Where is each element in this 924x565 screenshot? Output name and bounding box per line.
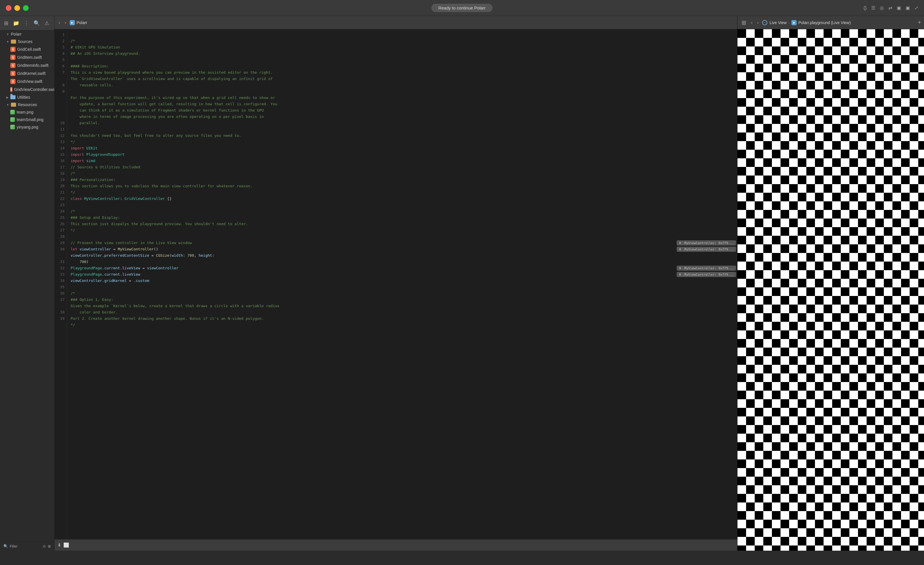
annotation-bubble: .MyViewController: 0x7f9... — [676, 247, 736, 252]
sidebar-item-griditem[interactable]: S GridItem.swift — [0, 53, 54, 61]
annotation-dot — [679, 267, 681, 269]
swift-icon: S — [10, 47, 15, 52]
gridkernel-label: GridKernel.swift — [17, 71, 46, 76]
sidebar-item-teampng[interactable]: team.png — [0, 108, 54, 116]
polarr-label: Polarr — [11, 32, 21, 36]
live-view-globe-icon: ○ — [762, 20, 767, 25]
stop-icon[interactable]: ⬜ — [63, 543, 69, 548]
resources-folder-icon — [11, 103, 16, 107]
sidebar-item-sources[interactable]: ▼ Sources — [0, 38, 54, 45]
sidebar-folder-icon[interactable]: 📁 — [12, 19, 20, 27]
lv-nav-left-icon[interactable]: ⊞ — [740, 19, 747, 27]
minimize-button[interactable] — [14, 5, 20, 11]
annotation-dot — [679, 242, 681, 244]
curly-braces-icon[interactable]: {} — [864, 6, 867, 10]
resize-icon[interactable]: ⤢ — [915, 5, 918, 10]
gridviewcontroller-label: GridViewController.swift — [14, 87, 54, 92]
gridview-label: GridView.swift — [17, 79, 42, 84]
annotation-bubble: .MyViewController: 0x7f9... — [676, 272, 736, 277]
close-button[interactable] — [6, 5, 12, 11]
bottom-area — [0, 551, 924, 565]
playground-icon: ▶ — [70, 20, 75, 25]
sidebar-item-gridview[interactable]: S GridView.swift — [0, 78, 54, 85]
breadcrumb-separator: › — [788, 20, 790, 25]
annotation-29: .MyViewController: 0x7f9... — [676, 240, 736, 246]
live-view-filename: Polarr.playground (Live View) — [798, 20, 851, 25]
circle-icon[interactable]: ◎ — [880, 5, 884, 10]
sidebar-item-utilities[interactable]: ▶ Utilities — [0, 93, 54, 101]
annotations-column: .MyViewController: 0x7f9... .MyViewContr… — [675, 29, 737, 539]
editor-content: 12345 67 89 1011121314 1516171819 202122… — [54, 29, 737, 539]
nav-right-icon[interactable]: › — [63, 19, 67, 26]
sidebar-item-griditeminfo[interactable]: S GridItemInfo.swift — [0, 61, 54, 69]
console-toggle-icon[interactable]: ⬇ — [57, 543, 61, 548]
live-view-panel: ⊞ ‹ › ○ Live View › ▶ Polarr.playground … — [738, 16, 924, 551]
editor-toolbar: ‹ › ▶ Polarr — [54, 16, 737, 29]
sources-folder-icon — [11, 40, 16, 43]
editor-bottom-bar: ⬇ ⬜ — [54, 539, 737, 551]
editor-filename: Polarr — [76, 20, 87, 25]
swift-icon: S — [10, 79, 15, 84]
yinyangpng-label: yinyang.png — [16, 125, 39, 129]
sidebar-item-resources[interactable]: ▼ Resources — [0, 101, 54, 108]
sidebar-item-gridcell[interactable]: S GridCell.swift — [0, 45, 54, 53]
sidebar-item-gridviewcontroller[interactable]: S GridViewController.swift — [0, 85, 54, 93]
sidebar-grid-icon[interactable]: ⊞ — [3, 19, 9, 27]
utilities-label: Utilities — [17, 95, 30, 99]
sidebar-item-gridkernel[interactable]: S GridKernel.swift — [0, 69, 54, 78]
sidebar-toolbar: ⊞ 📁 ⋮ 🔍 ⚠ — [0, 16, 54, 30]
sidebar-right-icon[interactable]: ▣ — [906, 5, 910, 10]
sidebar-item-polarr[interactable]: ▼ Polarr — [0, 30, 54, 38]
titlebar: Ready to continue Polarr {} ☰ ◎ ⇄ ▣ ▣ ⤢ — [0, 0, 924, 16]
sidebar-search-icon[interactable]: 🔍 — [32, 19, 41, 27]
main-layout: ⊞ 📁 ⋮ 🔍 ⚠ ▼ Polarr ▼ Sources S GridCell.… — [0, 16, 924, 551]
checkerboard-canvas — [738, 29, 924, 551]
griditem-label: GridItem.swift — [17, 55, 42, 60]
nav-left-icon[interactable]: ‹ — [57, 19, 61, 26]
swift-icon: S — [10, 71, 15, 76]
chevron-down-icon: ▼ — [6, 33, 9, 36]
png-icon — [10, 125, 15, 129]
png-icon — [10, 110, 15, 114]
playground-file-icon: ▶ — [791, 20, 796, 25]
sidebar-left-icon[interactable]: ▣ — [897, 5, 901, 10]
annotation-32: .MyViewController: 0x7f9... — [676, 265, 736, 271]
traffic-lights — [0, 5, 29, 11]
filter-option2-icon[interactable]: ⊞ — [48, 544, 51, 549]
annotation-33: .MyViewController: 0x7f9... — [676, 271, 736, 277]
swift-icon: S — [10, 87, 12, 92]
annotation-30: .MyViewController: 0x7f9... — [676, 246, 736, 252]
griditeminfo-label: GridItemInfo.swift — [17, 63, 48, 68]
chevron-down-icon: ▼ — [6, 103, 9, 106]
editor-title: ▶ Polarr — [70, 20, 87, 25]
arrows-icon[interactable]: ⇄ — [888, 5, 892, 10]
utilities-folder-icon — [10, 95, 15, 99]
annotation-bubble: .MyViewController: 0x7f9... — [676, 240, 736, 246]
filter-search-icon: 🔍 — [3, 544, 8, 549]
annotation-bubble: .MyViewController: 0x7f9... — [676, 265, 736, 271]
list-icon[interactable]: ☰ — [871, 5, 875, 10]
sidebar-warn-icon[interactable]: ⚠ — [44, 19, 50, 27]
swift-icon: S — [10, 63, 15, 68]
chevron-down-icon: ▼ — [6, 40, 9, 43]
editor-container: ‹ › ▶ Polarr 12345 67 89 1011121314 1516… — [54, 16, 738, 551]
teamsmallpng-label: teamSmall.png — [16, 117, 44, 122]
lv-forward-icon[interactable]: › — [756, 19, 760, 26]
filter-option1-icon[interactable]: ⊙ — [43, 544, 46, 549]
live-view-add-icon[interactable]: + — [918, 19, 921, 26]
fullscreen-button[interactable] — [23, 5, 29, 11]
annotation-dot — [679, 273, 681, 276]
lv-back-icon[interactable]: ‹ — [750, 19, 753, 26]
svg-rect-4 — [738, 29, 924, 551]
teampng-label: team.png — [16, 110, 33, 114]
filter-label: Filter — [10, 544, 18, 549]
gridcell-label: GridCell.swift — [17, 47, 41, 52]
sidebar-item-yinyangpng[interactable]: yinyang.png — [0, 123, 54, 131]
titlebar-center: Ready to continue Polarr — [431, 4, 492, 12]
line-numbers: 12345 67 89 1011121314 1516171819 202122… — [54, 29, 67, 539]
sidebar-filter-bar: 🔍 Filter ⊙ ⊞ — [0, 541, 54, 551]
code-area[interactable]: /* # UIKit GPU Simulation ## An iOS Inte… — [67, 29, 675, 539]
live-view-title: Live View › ▶ Polarr.playground (Live Vi… — [770, 20, 851, 25]
sidebar-item-teamsmallpng[interactable]: teamSmall.png — [0, 116, 54, 123]
sidebar-hierarchy-icon[interactable]: ⋮ — [22, 19, 30, 27]
